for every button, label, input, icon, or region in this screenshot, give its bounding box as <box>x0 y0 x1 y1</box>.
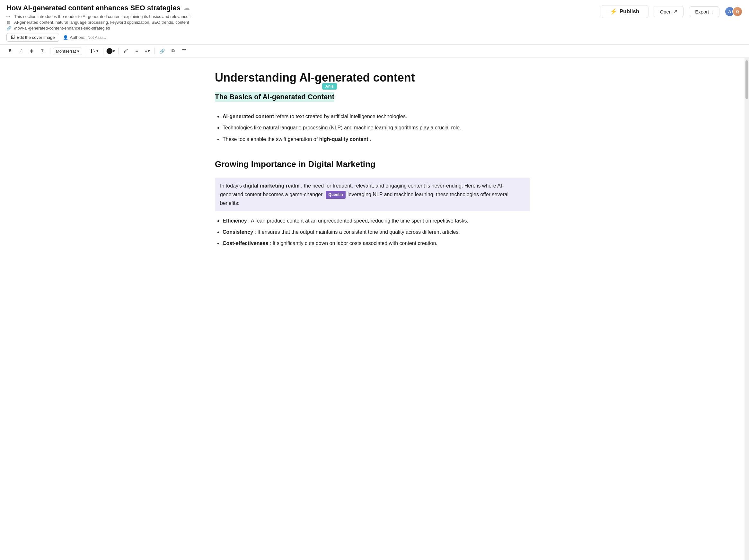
lightning-icon: ⚡ <box>610 8 617 15</box>
meta-keywords[interactable]: AI-generated content, natural language p… <box>14 20 189 25</box>
bullet-bold-1: AI-generated content <box>222 114 274 119</box>
align-dropdown[interactable]: ≡ ▾ <box>143 47 152 55</box>
bullet-text-1: refers to text created by artificial int… <box>275 114 407 119</box>
export-button[interactable]: Export ↓ <box>689 6 720 17</box>
font-size-indicator: r <box>94 49 95 53</box>
publish-label: Publish <box>620 8 639 15</box>
open-button[interactable]: Open ↗ <box>654 6 684 17</box>
cloud-icon: ☁ <box>184 4 190 12</box>
meta-slug-row: 🔗 /how-ai-generated-content-enhances-seo… <box>6 26 296 30</box>
list-item: These tools enable the swift generation … <box>222 135 530 144</box>
sub-heading-2: Growing Importance in Digital Marketing <box>215 159 530 170</box>
top-bar-right: ⚡ Publish Open ↗ Export ↓ A Q <box>601 4 743 18</box>
underline-button[interactable]: T <box>38 47 47 56</box>
para-bold: digital marketing realm <box>243 183 299 189</box>
font-selector[interactable]: Montserrat ▾ <box>53 47 82 55</box>
document-title: How AI-generated content enhances SEO st… <box>6 4 180 12</box>
quentin-badge: Quentin <box>326 191 345 198</box>
bullet-text-2: Technologies like natural language proce… <box>222 125 461 130</box>
bullet-list-1: AI-generated content refers to text crea… <box>222 112 530 144</box>
meta-keywords-row: ▦ AI-generated content, natural language… <box>6 20 296 25</box>
font-size-chevron: ▾ <box>97 48 99 53</box>
color-swatch <box>106 48 113 54</box>
content-wrapper: Understanding AI-generated content Anis … <box>0 58 749 560</box>
list-item: Cost-effectiveness : It significantly cu… <box>222 239 530 247</box>
download-icon: ↓ <box>711 9 714 15</box>
formatting-toolbar: B I ✚ T Montserrat ▾ T r ▾ ▾ 🖊 ≡ ≡ ▾ 🔗 ⧉… <box>0 45 749 58</box>
toolbar-separator-1 <box>50 48 50 54</box>
chevron-down-icon: ▾ <box>77 49 79 53</box>
sub-heading-1: The Basics of AI-generated Content <box>215 92 334 102</box>
toolbar-separator-2 <box>85 48 85 54</box>
section-divider-2 <box>215 175 530 177</box>
font-size-label: T <box>90 48 93 55</box>
main-content: Understanding AI-generated content Anis … <box>196 58 549 560</box>
list-item: AI-generated content refers to text crea… <box>222 112 530 121</box>
toolbar-separator-3 <box>103 48 103 54</box>
list-item: Consistency : It ensures that the output… <box>222 228 530 236</box>
toolbar-separator-5 <box>154 48 155 54</box>
list-button[interactable]: ≡ <box>132 47 142 56</box>
bullet2-text-2: : It ensures that the output maintains a… <box>255 229 460 235</box>
bullet-text-3a: These tools enable the swift generation … <box>222 136 319 142</box>
font-size-dropdown[interactable]: T r ▾ <box>88 47 100 56</box>
quote-button[interactable]: ”” <box>179 47 189 56</box>
image-icon: 🖼 <box>10 35 15 40</box>
meta-description[interactable]: This section introduces the reader to AI… <box>14 14 190 19</box>
italic-button[interactable]: I <box>16 47 26 56</box>
bullet-list-2: Efficiency : AI can produce content at a… <box>222 216 530 248</box>
list-item: Technologies like natural language proce… <box>222 123 530 132</box>
avatar-2: Q <box>732 6 743 17</box>
scrollbar-track[interactable] <box>745 58 749 560</box>
bullet-text-3b: . <box>370 136 371 142</box>
meta-slug[interactable]: /how-ai-generated-content-enhances-seo-s… <box>14 26 110 30</box>
bullet2-bold-2: Consistency <box>222 229 253 235</box>
pencil-icon: ✏ <box>6 14 12 19</box>
bullet2-text-3: : It significantly cuts down on labor co… <box>270 240 437 246</box>
export-label: Export <box>695 9 709 15</box>
text-color-button[interactable]: ▾ <box>106 47 115 56</box>
publish-button[interactable]: ⚡ Publish <box>601 5 648 18</box>
align-chevron: ▾ <box>148 48 150 53</box>
list-item: Efficiency : AI can produce content at a… <box>222 216 530 225</box>
authors-label: Authors: <box>70 35 85 40</box>
open-label: Open <box>660 9 671 15</box>
main-heading: Understanding AI-generated content <box>215 71 530 84</box>
sub-heading-1-wrapper: Anis The Basics of AI-generated Content <box>215 92 334 102</box>
edit-cover-label: Edit the cover image <box>17 35 55 40</box>
edit-cover-button[interactable]: 🖼 Edit the cover image <box>6 33 59 42</box>
scrollbar-thumb[interactable] <box>746 60 748 99</box>
add-format-button[interactable]: ✚ <box>27 47 37 56</box>
document-meta: How AI-generated content enhances SEO st… <box>6 4 296 42</box>
bullet2-bold-3: Cost-effectiveness <box>222 240 268 246</box>
highlighted-paragraph[interactable]: In today's digital marketing realm , the… <box>215 177 530 212</box>
image-insert-button[interactable]: ⧉ <box>168 47 178 56</box>
section-divider-1 <box>215 151 530 159</box>
toolbar-separator-4 <box>118 48 119 54</box>
person-icon: 👤 <box>63 35 68 40</box>
grid-icon: ▦ <box>6 20 12 25</box>
color-chevron: ▾ <box>113 48 115 54</box>
anis-badge: Anis <box>322 83 337 90</box>
font-name: Montserrat <box>56 49 76 53</box>
bullet2-bold-1: Efficiency <box>222 218 247 223</box>
align-label: ≡ <box>145 48 147 53</box>
document-title-row: How AI-generated content enhances SEO st… <box>6 4 296 12</box>
link-button[interactable]: 🔗 <box>157 47 167 56</box>
collaborators-avatars: A Q <box>725 6 743 17</box>
authors-area: 👤 Authors: Not Assi... <box>63 35 106 40</box>
meta-description-row: ✏ This section introduces the reader to … <box>6 14 296 19</box>
bullet-bold-3: high-quality content <box>319 136 368 142</box>
para-before: In today's <box>220 183 243 189</box>
meta-actions-row: 🖼 Edit the cover image 👤 Authors: Not As… <box>6 33 296 42</box>
bullet2-text-1: : AI can produce content at an unprecede… <box>248 218 468 223</box>
highlight-button[interactable]: 🖊 <box>121 47 131 56</box>
bold-button[interactable]: B <box>5 47 15 56</box>
authors-value[interactable]: Not Assi... <box>87 35 106 40</box>
link-icon: 🔗 <box>6 26 12 30</box>
top-bar: How AI-generated content enhances SEO st… <box>0 0 749 45</box>
external-icon: ↗ <box>673 9 678 15</box>
